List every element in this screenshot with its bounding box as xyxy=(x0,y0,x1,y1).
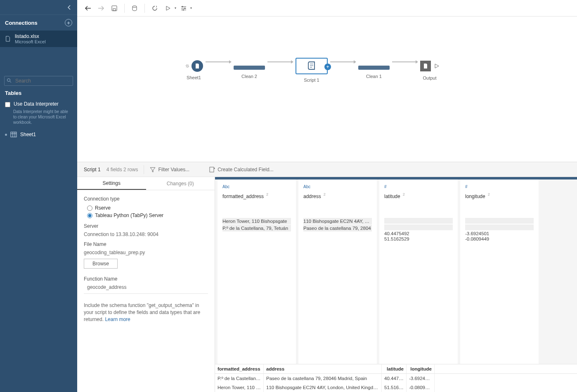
radio-label: Rserve xyxy=(95,205,111,211)
field-name: address xyxy=(303,194,321,199)
run-output-icon[interactable] xyxy=(434,63,439,69)
col-header[interactable]: address xyxy=(264,364,382,373)
data-button[interactable] xyxy=(129,2,140,14)
clean-node-icon xyxy=(234,66,265,70)
field-count: 2 xyxy=(488,192,490,196)
flow-canvas[interactable]: Sheet1 Clean 2 + Script 1 Clean 1 xyxy=(77,17,577,162)
chevron-down-icon[interactable]: ▾ xyxy=(175,6,176,10)
value-item[interactable]: 110 Bishopsgate EC2N 4AY, Lon xyxy=(303,218,372,224)
col-header[interactable]: latitude xyxy=(382,364,407,373)
cell: Paseo de la castellana 79, 28046 Madrid,… xyxy=(264,374,382,383)
connection-name: listado.xlsx xyxy=(15,33,46,39)
main: ▾ ▾ Sheet1 Clean 2 + xyxy=(77,0,577,392)
table-item[interactable]: Sheet1 xyxy=(0,129,77,140)
search-input[interactable] xyxy=(4,76,73,86)
radio-input[interactable] xyxy=(87,213,92,218)
settings-button[interactable] xyxy=(178,2,189,14)
table-row[interactable]: Heron Tower, 110 Bis 110 Bishopsgate EC2… xyxy=(215,383,577,392)
flow-node-script[interactable]: + Script 1 xyxy=(296,58,328,74)
svg-rect-6 xyxy=(112,6,117,11)
table-icon xyxy=(10,132,17,137)
histogram-bar[interactable] xyxy=(384,218,453,224)
flow-node-output[interactable]: Output xyxy=(420,61,439,71)
node-label: Clean 2 xyxy=(241,74,257,79)
connection-item[interactable]: listado.xlsx Microsoft Excel xyxy=(0,31,77,47)
histogram-bar[interactable] xyxy=(465,218,534,224)
value-item[interactable]: Heron Tower, 110 Bishopsgate xyxy=(222,218,291,224)
cell: 51.51625 xyxy=(382,383,407,392)
table-name: Sheet1 xyxy=(20,132,36,137)
field-type: # xyxy=(384,184,453,189)
profile-card[interactable]: # latitude2 40.4475492 51.5162529 xyxy=(379,179,458,364)
arrow-icon xyxy=(330,61,356,62)
interpreter-row[interactable]: Use Data Interpreter xyxy=(0,99,77,109)
arrow-icon xyxy=(267,61,293,62)
filter-values-button[interactable]: Filter Values... xyxy=(150,167,189,172)
calc-field-button[interactable]: Create Calculated Field... xyxy=(209,167,273,172)
col-header[interactable]: formatted_address xyxy=(215,364,264,373)
radio-input[interactable] xyxy=(87,205,92,211)
field-values: 110 Bishopsgate EC2N 4AY, Lon Paseo de l… xyxy=(298,201,377,237)
radio-rserve[interactable]: Rserve xyxy=(84,204,208,212)
conn-type-label: Connection type xyxy=(84,196,208,202)
tab-changes[interactable]: Changes (0) xyxy=(146,177,215,190)
value-item: 40.4475492 xyxy=(384,231,453,236)
cell: -3.6924501 xyxy=(407,374,435,383)
field-name: longitude xyxy=(465,194,485,199)
run-button[interactable] xyxy=(162,2,174,14)
interpreter-desc: Data Interpreter might be able to clean … xyxy=(0,109,77,129)
sidebar-top xyxy=(0,0,77,15)
add-step-icon[interactable]: + xyxy=(324,64,331,70)
col-header[interactable]: longitude xyxy=(407,364,435,373)
field-type: Abc xyxy=(303,184,372,189)
tables-label: Tables xyxy=(0,90,77,99)
refresh-button[interactable] xyxy=(149,2,161,14)
forward-button[interactable] xyxy=(95,2,107,14)
histogram-bar[interactable] xyxy=(384,224,453,230)
filter-label: Filter Values... xyxy=(158,167,189,172)
svg-rect-7 xyxy=(113,9,116,11)
panel-subtitle: 4 fields 2 rows xyxy=(106,167,138,172)
save-button[interactable] xyxy=(109,2,120,14)
output-node-icon xyxy=(420,61,431,71)
collapse-icon[interactable] xyxy=(66,4,73,11)
file-icon xyxy=(5,36,11,42)
panel-title: Script 1 xyxy=(84,167,101,172)
schema-text: Include the schema function "get_output_… xyxy=(84,302,200,322)
svg-point-13 xyxy=(184,7,186,9)
cell: Heron Tower, 110 Bis xyxy=(215,383,264,392)
svg-rect-2 xyxy=(11,132,17,137)
profile-card[interactable]: # longitude2 -3.6924501 -0.0809449 xyxy=(460,179,539,364)
settings-tabs: Settings Changes (0) xyxy=(77,177,215,190)
field-type: # xyxy=(465,184,534,189)
value-item[interactable]: P.º de la Castellana, 79, Tetuán xyxy=(222,225,291,231)
separator-icon xyxy=(124,4,125,13)
browse-button[interactable]: Browse xyxy=(84,259,118,269)
chevron-down-icon[interactable]: ▾ xyxy=(190,6,192,10)
connection-type: Microsoft Excel xyxy=(15,39,46,44)
panel-header: Script 1 4 fields 2 rows Filter Values..… xyxy=(77,162,577,177)
profile-card[interactable]: Abc address2 110 Bishopsgate EC2N 4AY, L… xyxy=(298,179,377,364)
value-item: -3.6924501 xyxy=(465,231,534,236)
histogram-bar[interactable] xyxy=(465,224,534,230)
interpreter-checkbox[interactable] xyxy=(5,102,10,107)
tab-settings[interactable]: Settings xyxy=(77,177,146,190)
flow-node-clean[interactable]: Clean 2 xyxy=(234,62,265,70)
svg-point-12 xyxy=(182,6,183,7)
data-table: formatted_address address latitude longi… xyxy=(215,364,577,392)
learn-more-link[interactable]: Learn more xyxy=(105,316,130,322)
funcname-value: geocode_address xyxy=(84,284,208,290)
value-item[interactable]: Paseo de la castellana 79, 2804 xyxy=(303,225,372,231)
radio-tabpy[interactable]: Tableau Python (TabPy) Server xyxy=(84,212,208,219)
profile-card[interactable]: Abc formatted_address2 Heron Tower, 110 … xyxy=(218,179,296,364)
back-button[interactable] xyxy=(82,2,94,14)
flow-node-input[interactable]: Sheet1 xyxy=(184,60,203,72)
sidebar: Connections + listado.xlsx Microsoft Exc… xyxy=(0,0,77,392)
calc-label: Create Calculated Field... xyxy=(218,167,273,172)
field-values: 40.4475492 51.5162529 xyxy=(379,201,458,247)
svg-line-1 xyxy=(10,81,11,83)
table-row[interactable]: P.º de la Castellana, 7 Paseo de la cast… xyxy=(215,374,577,383)
flow-node-clean[interactable]: Clean 1 xyxy=(358,62,390,70)
server-value: Connection to 13.38.10.248: 9004 xyxy=(84,231,208,237)
add-connection-icon[interactable]: + xyxy=(65,19,72,26)
